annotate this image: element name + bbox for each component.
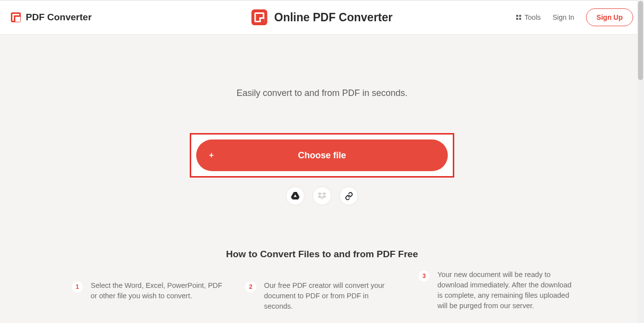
nav-right: Tools Sign In Sign Up bbox=[516, 8, 633, 26]
google-drive-button[interactable] bbox=[286, 186, 305, 205]
brand-left-text: PDF Converter bbox=[26, 12, 92, 23]
logo-icon bbox=[11, 12, 21, 22]
tools-link[interactable]: Tools bbox=[516, 13, 541, 21]
howto-title: How to Convert Files to and from PDF Fre… bbox=[0, 249, 644, 260]
step-1: 1 Select the Word, Excel, PowerPoint, PD… bbox=[72, 280, 225, 312]
tools-label: Tools bbox=[525, 13, 541, 21]
logo-big-icon bbox=[252, 9, 268, 25]
step-text: Select the Word, Excel, PowerPoint, PDF … bbox=[91, 280, 225, 301]
scrollbar-thumb[interactable] bbox=[638, 1, 643, 80]
step-text: Our free PDF creator will convert your d… bbox=[264, 280, 399, 312]
cloud-source-row bbox=[0, 186, 644, 205]
grid-icon bbox=[516, 15, 521, 20]
choose-file-button[interactable]: + Choose file bbox=[196, 139, 448, 171]
step-text: Your new document will be ready to downl… bbox=[437, 270, 572, 311]
plus-icon: + bbox=[209, 151, 214, 160]
page-title: Online PDF Converter bbox=[274, 11, 393, 24]
brand-left[interactable]: PDF Converter bbox=[11, 12, 92, 23]
step-2: 2 Our free PDF creator will convert your… bbox=[245, 280, 399, 312]
brand-center: Online PDF Converter bbox=[252, 9, 393, 25]
dropbox-button[interactable] bbox=[313, 186, 331, 205]
choose-file-label: Choose file bbox=[298, 150, 346, 161]
step-number: 3 bbox=[419, 271, 429, 281]
subtitle: Easily convert to and from PDF in second… bbox=[0, 88, 644, 98]
google-drive-icon bbox=[291, 192, 300, 200]
step-number: 1 bbox=[72, 281, 83, 292]
choose-file-highlight-box: + Choose file bbox=[190, 133, 454, 178]
top-navbar: PDF Converter Online PDF Converter Tools… bbox=[0, 0, 644, 35]
signup-button[interactable]: Sign Up bbox=[586, 8, 633, 26]
dropbox-icon bbox=[318, 192, 326, 200]
step-number: 2 bbox=[245, 281, 256, 292]
url-button[interactable] bbox=[339, 186, 358, 205]
link-icon bbox=[345, 192, 353, 200]
step-3: 3 Your new document will be ready to dow… bbox=[419, 270, 572, 312]
vertical-scrollbar[interactable] bbox=[637, 0, 644, 323]
main-area: Easily convert to and from PDF in second… bbox=[0, 35, 644, 312]
signin-link[interactable]: Sign In bbox=[553, 13, 575, 21]
steps-row: 1 Select the Word, Excel, PowerPoint, PD… bbox=[72, 280, 572, 312]
